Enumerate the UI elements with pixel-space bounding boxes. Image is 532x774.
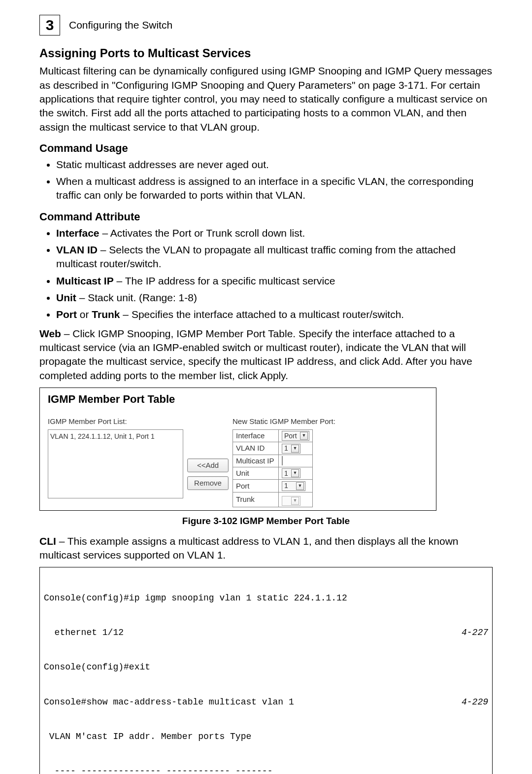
interface-select[interactable]: Port ▼ [282, 431, 309, 441]
web-note: Web – Click IGMP Snooping, IGMP Member P… [39, 327, 493, 383]
multicast-ip-input[interactable] [282, 456, 283, 465]
chapter-number: 3 [46, 15, 54, 35]
command-usage-title: Command Usage [39, 141, 493, 156]
list-item: Unit – Stack unit. (Range: 1-8) [56, 291, 493, 305]
multicast-ip-label: Multicast IP [233, 455, 279, 467]
attr-term: Trunk [92, 309, 120, 320]
cli-text: Console(config)#exit [44, 662, 150, 673]
command-usage-list: Static multicast addresses are never age… [39, 158, 493, 203]
remove-button[interactable]: Remove [187, 476, 229, 490]
interface-label: Interface [233, 429, 279, 442]
igmp-member-listbox[interactable]: VLAN 1, 224.1.1.12, Unit 1, Port 1 [48, 429, 183, 498]
port-value: 1 [284, 481, 288, 491]
trunk-select[interactable]: ▼ [282, 496, 300, 506]
list-item: VLAN ID – Selects the VLAN to propagate … [56, 243, 493, 271]
web-prefix: Web [39, 328, 61, 339]
interface-value: Port [284, 431, 297, 441]
vlan-id-value: 1 [284, 444, 288, 453]
panel-title: IGMP Member Port Table [48, 392, 433, 407]
cli-ref: 4-227 [462, 627, 488, 638]
attr-desc: – Selects the VLAN to propagate all mult… [56, 244, 456, 269]
cli-note: CLI – This example assigns a multicast a… [39, 534, 493, 563]
unit-value: 1 [284, 469, 288, 478]
attr-term: Unit [56, 292, 76, 303]
attr-term: Interface [56, 227, 100, 239]
attr-term: VLAN ID [56, 244, 98, 255]
chevron-down-icon: ▼ [291, 469, 299, 477]
cli-text: ---- --------------- ------------ ------… [44, 766, 272, 774]
cli-text: VLAN M'cast IP addr. Member ports Type [44, 731, 251, 742]
cli-text: Console#show mac-address-table multicast… [44, 697, 294, 708]
attr-term: Port [56, 309, 77, 320]
port-label: Port [233, 480, 279, 492]
section-intro: Multicast filtering can be dynamically c… [39, 64, 493, 134]
command-attribute-list: Interface – Activates the Port or Trunk … [39, 226, 493, 322]
chevron-down-icon: ▼ [300, 432, 308, 440]
cli-prefix: CLI [39, 535, 56, 547]
list-item: Static multicast addresses are never age… [56, 158, 493, 172]
port-select[interactable]: 1 ▼ [282, 481, 305, 491]
new-port-form: Interface Port ▼ VLAN ID 1 ▼ [233, 429, 313, 507]
cli-ref: 4-229 [462, 697, 488, 708]
cli-output: Console(config)#ip igmp snooping vlan 1 … [39, 567, 493, 774]
chapter-title: Configuring the Switch [69, 18, 172, 32]
chevron-down-icon: ▼ [291, 497, 299, 505]
list-item: When a multicast address is assigned to … [56, 175, 493, 203]
chevron-down-icon: ▼ [296, 482, 304, 490]
chevron-down-icon: ▼ [291, 445, 299, 453]
page-header: 3 Configuring the Switch [39, 15, 493, 35]
vlan-id-select[interactable]: 1 ▼ [282, 444, 300, 454]
trunk-label: Trunk [233, 492, 279, 507]
vlan-id-label: VLAN ID [233, 442, 279, 455]
unit-select[interactable]: 1 ▼ [282, 468, 300, 478]
list-item: Multicast IP – The IP address for a spec… [56, 274, 493, 288]
section-title: Assigning Ports to Multicast Services [39, 45, 493, 61]
command-attribute-title: Command Attribute [39, 210, 493, 224]
cli-intro: – This example assigns a multicast addre… [39, 535, 459, 561]
list-item: Interface – Activates the Port or Trunk … [56, 226, 493, 240]
attr-desc: – Activates the Port or Trunk scroll dow… [100, 227, 305, 239]
cli-text: ethernet 1/12 [44, 627, 124, 638]
attr-desc: – Specifies the interface attached to a … [120, 309, 404, 320]
attr-term: Multicast IP [56, 275, 114, 286]
add-button[interactable]: <<Add [187, 458, 229, 472]
list-item[interactable]: VLAN 1, 224.1.1.12, Unit 1, Port 1 [50, 432, 181, 441]
new-port-label: New Static IGMP Member Port: [233, 417, 335, 426]
cli-text: Console(config)#ip igmp snooping vlan 1 … [44, 593, 347, 604]
figure-caption: Figure 3-102 IGMP Member Port Table [39, 515, 493, 528]
list-item: Port or Trunk – Specifies the interface … [56, 308, 493, 321]
figure-screenshot: IGMP Member Port Table IGMP Member Port … [39, 387, 436, 511]
attr-desc: – The IP address for a specific multicas… [114, 275, 335, 286]
web-text: – Click IGMP Snooping, IGMP Member Port … [39, 328, 472, 381]
chapter-number-icon: 3 [39, 15, 60, 35]
attr-desc: – Stack unit. (Range: 1-8) [76, 292, 197, 303]
igmp-list-label: IGMP Member Port List: [48, 417, 183, 426]
unit-label: Unit [233, 467, 279, 480]
